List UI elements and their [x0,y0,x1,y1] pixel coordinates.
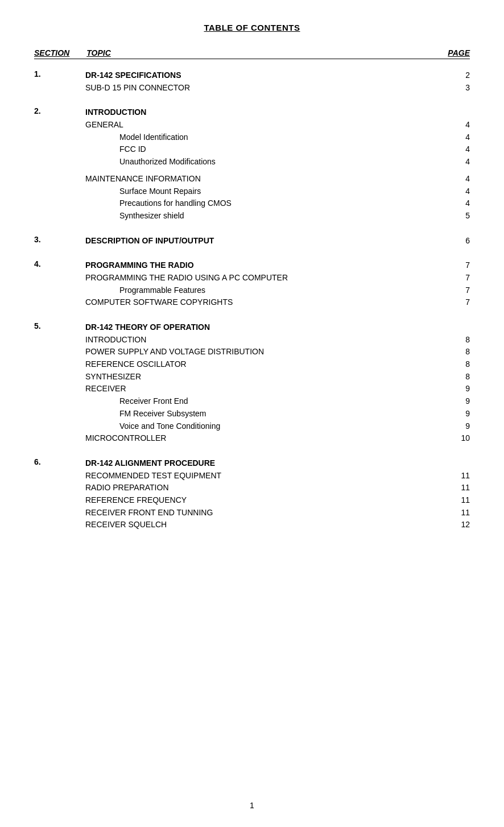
entry-row: Receiver Front End9 [85,395,470,408]
entry-text: INTRODUCTION [85,334,146,346]
page-title: TABLE OF CONTENTS [34,23,470,32]
entry-page: 3 [453,82,470,94]
toc-section-6: 6.DR-142 ALIGNMENT PROCEDURERECOMMENDED … [34,457,470,531]
entry-page: 4 [453,197,470,210]
entry-text: DR-142 SPECIFICATIONS [85,69,181,82]
entry-text: SUB-D 15 PIN CONNECTOR [85,82,190,94]
entry-page: 5 [453,210,470,222]
entry-page: 8 [453,358,470,371]
entry-text: FM Receiver Subsystem [119,408,206,420]
entry-page: 11 [453,470,470,482]
entry-page [453,106,470,119]
entry-row: RECEIVER FRONT END TUNNING11 [85,507,470,519]
entry-page: 7 [453,296,470,309]
entry-page: 6 [453,235,470,247]
entry-text: GENERAL [85,119,123,131]
entry-text: MICROCONTROLLER [85,432,166,445]
entry-text: Voice and Tone Conditioning [119,420,220,433]
entry-row: Programmable Features7 [85,284,470,297]
entry-text: RECEIVER FRONT END TUNNING [85,507,213,519]
entry-page: 4 [453,156,470,168]
header-page: PAGE [448,48,470,57]
entry-row: REFERENCE FREQUENCY11 [85,494,470,507]
entry-page: 4 [453,185,470,198]
entry-page: 9 [453,408,470,420]
entry-page: 9 [453,420,470,433]
entry-row: DR-142 THEORY OF OPERATION [85,321,470,334]
entry-row: DESCRIPTION OF INPUT/OUTPUT6 [85,235,470,247]
entry-page: 4 [453,143,470,156]
toc-section-2: 2.INTRODUCTIONGENERAL4Model Identificati… [34,106,470,222]
entry-text: RECEIVER [85,383,126,395]
section-num-5: 5. [34,321,85,445]
entry-text: RECEIVER SQUELCH [85,519,167,531]
entry-row: RECEIVER SQUELCH12 [85,519,470,531]
entry-text: Receiver Front End [119,395,188,408]
entry-row: MAINTENANCE INFORMATION4 [85,173,470,185]
entry-row: MICROCONTROLLER10 [85,432,470,445]
entry-row: RECOMMENDED TEST EQUIPMENT11 [85,470,470,482]
entry-page: 4 [453,131,470,144]
entry-page [453,321,470,334]
entry-row: Synthesizer shield5 [85,210,470,222]
section-content-2: INTRODUCTIONGENERAL4Model Identification… [85,106,470,222]
entry-text: Unauthorized Modifications [119,156,216,168]
entry-page: 9 [453,383,470,395]
entry-row: COMPUTER SOFTWARE COPYRIGHTS7 [85,296,470,309]
entry-text: FCC ID [119,143,146,156]
entry-page: 11 [453,494,470,507]
toc-section-3: 3.DESCRIPTION OF INPUT/OUTPUT6 [34,235,470,247]
section-content-6: DR-142 ALIGNMENT PROCEDURERECOMMENDED TE… [85,457,470,531]
section-num-1: 1. [34,69,85,94]
section-content-1: DR-142 SPECIFICATIONS2SUB-D 15 PIN CONNE… [85,69,470,94]
page-number: 1 [0,801,504,810]
toc-section-5: 5.DR-142 THEORY OF OPERATIONINTRODUCTION… [34,321,470,445]
entry-text: INTRODUCTION [85,106,146,119]
entry-row: RADIO PREPARATION11 [85,482,470,494]
entry-text: Synthesizer shield [119,210,184,222]
section-content-4: PROGRAMMING THE RADIO7PROGRAMMING THE RA… [85,259,470,309]
toc-body: 1.DR-142 SPECIFICATIONS2SUB-D 15 PIN CON… [34,69,470,531]
gap-spacer [85,168,470,173]
entry-text: Precautions for handling CMOS [119,197,232,210]
entry-page: 7 [453,272,470,284]
entry-text: REFERENCE FREQUENCY [85,494,187,507]
entry-row: REFERENCE OSCILLATOR8 [85,358,470,371]
toc-section-4: 4.PROGRAMMING THE RADIO7PROGRAMMING THE … [34,259,470,309]
entry-text: SYNTHESIZER [85,371,141,383]
entry-text: DR-142 ALIGNMENT PROCEDURE [85,457,215,470]
entry-text: COMPUTER SOFTWARE COPYRIGHTS [85,296,233,309]
entry-text: DR-142 THEORY OF OPERATION [85,321,210,334]
entry-text: RADIO PREPARATION [85,482,169,494]
entry-page: 11 [453,482,470,494]
entry-page: 9 [453,395,470,408]
toc-header: SECTION TOPIC PAGE [34,48,470,59]
entry-row: SYNTHESIZER8 [85,371,470,383]
entry-text: RECOMMENDED TEST EQUIPMENT [85,470,221,482]
entry-page: 2 [453,69,470,82]
entry-page: 11 [453,507,470,519]
entry-page: 10 [453,432,470,445]
section-num-4: 4. [34,259,85,309]
entry-row: FCC ID4 [85,143,470,156]
entry-page: 8 [453,334,470,346]
entry-page: 4 [453,119,470,131]
entry-page: 7 [453,284,470,297]
section-num-2: 2. [34,106,85,222]
page: TABLE OF CONTENTS SECTION TOPIC PAGE 1.D… [0,0,504,827]
entry-row: GENERAL4 [85,119,470,131]
entry-row: DR-142 SPECIFICATIONS2 [85,69,470,82]
entry-row: RECEIVER9 [85,383,470,395]
entry-row: Voice and Tone Conditioning9 [85,420,470,433]
entry-page: 7 [453,259,470,272]
entry-text: Surface Mount Repairs [119,185,201,198]
entry-row: PROGRAMMING THE RADIO7 [85,259,470,272]
header-topic: TOPIC [69,48,448,57]
entry-text: Programmable Features [119,284,205,297]
toc-section-1: 1.DR-142 SPECIFICATIONS2SUB-D 15 PIN CON… [34,69,470,94]
section-content-3: DESCRIPTION OF INPUT/OUTPUT6 [85,235,470,247]
entry-page: 4 [453,173,470,185]
entry-text: Model Identification [119,131,188,144]
entry-row: FM Receiver Subsystem9 [85,408,470,420]
section-num-6: 6. [34,457,85,531]
